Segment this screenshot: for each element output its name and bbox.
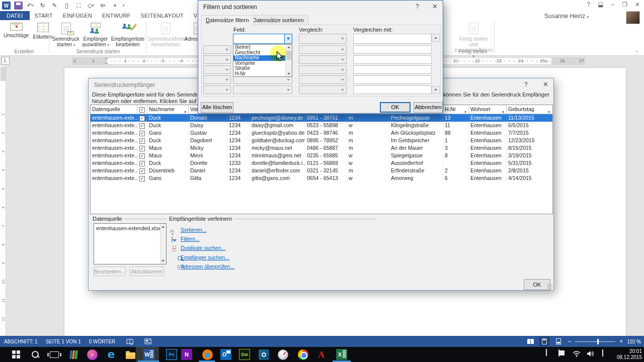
hanging-indent-marker[interactable] — [104, 61, 109, 64]
read-mode-icon[interactable] — [525, 337, 535, 346]
tab-start[interactable]: START — [30, 11, 58, 20]
tab-datensaetze-sortieren[interactable]: Datensätze sortieren — [248, 15, 308, 25]
listbox-scrollbar[interactable] — [160, 224, 166, 264]
cell-checkbox[interactable]: ✓ — [137, 114, 147, 122]
close-icon[interactable]: ✕ — [635, 1, 640, 8]
excel-icon[interactable]: X — [336, 348, 348, 360]
adressen-ueberpruefen-link[interactable]: Adressen überprüfen... — [181, 263, 234, 269]
dropdown-option[interactable]: H-Nr — [233, 71, 286, 77]
proofing-icon[interactable] — [126, 338, 133, 345]
page-indicator[interactable]: SEITE 1 VON 1 — [46, 339, 81, 344]
first-line-indent-marker[interactable] — [104, 58, 109, 60]
umschlaege-button[interactable]: Umschläge — [2, 21, 30, 38]
acrobat-icon[interactable]: A — [315, 348, 328, 360]
task-view-icon[interactable] — [48, 348, 60, 360]
cell-checkbox[interactable]: ✓ — [137, 144, 147, 152]
tab-entwurf[interactable]: ENTWURF — [97, 11, 135, 20]
scroll-down-icon[interactable] — [162, 260, 165, 262]
table-row[interactable]: entenhausen-exte... ✓ Duck Daisy 1234 da… — [91, 122, 552, 129]
sort-arrow-icon[interactable]: ▼ — [184, 108, 187, 114]
vertical-ruler[interactable]: 12345678910111213 — [0, 66, 6, 336]
tray-chevron-up-icon[interactable] — [546, 350, 547, 356]
cell-checkbox[interactable]: ✓ — [137, 122, 147, 129]
user-account[interactable]: Susanne Heinz ▾ — [544, 13, 589, 20]
scroll-up-icon[interactable] — [432, 34, 440, 42]
header-nachname[interactable]: Nachname▼ — [147, 105, 189, 114]
close-icon[interactable]: ✕ — [432, 3, 438, 10]
tab-datei[interactable]: DATEI — [0, 11, 30, 20]
header-select-all[interactable]: ✓ — [137, 105, 147, 114]
tab-einfuegen[interactable]: EINFÜGEN — [58, 11, 97, 20]
table-row[interactable]: entenhausen-exte... ✓ Duck Dagobert 1234… — [91, 137, 552, 144]
photoshop-icon[interactable]: Ps — [166, 348, 178, 360]
help-icon[interactable]: ? — [416, 3, 419, 10]
help-icon[interactable]: ? — [524, 81, 528, 88]
firefox-icon[interactable] — [201, 348, 213, 360]
new-blank-icon[interactable]: ▯ — [62, 2, 71, 10]
undo-icon[interactable]: ↶▾ — [26, 2, 35, 10]
zoom-in-icon[interactable]: + — [619, 339, 623, 344]
redo-icon[interactable]: ↻ — [38, 2, 47, 10]
onenote-icon[interactable]: N — [181, 348, 193, 360]
word-icon[interactable]: W — [143, 348, 155, 360]
minimize-icon[interactable]: – — [611, 1, 614, 8]
empfaenger-auswaehlen-button[interactable]: Empfänger auswählen ▾ — [81, 21, 110, 48]
cell-checkbox[interactable]: ✓ — [137, 159, 147, 167]
cell-checkbox[interactable]: ✓ — [137, 152, 147, 159]
filtern-link[interactable]: Filtern... — [181, 236, 200, 242]
word-count[interactable]: 0 WÖRTER — [89, 339, 116, 344]
scroll-up-icon[interactable] — [162, 226, 165, 228]
clock[interactable]: 20:01 08.12.2015 — [610, 348, 642, 360]
table-row[interactable]: entenhausen-exte... ✓ Maus Minni 1234 mi… — [91, 152, 552, 159]
draw-edit-icon[interactable]: ✎ — [50, 2, 59, 10]
zoom-slider-thumb[interactable] — [597, 339, 599, 344]
wrap-options-icon[interactable]: ≡▾ — [99, 2, 107, 10]
right-indent-marker[interactable] — [543, 59, 548, 62]
tab-seitenlayout[interactable]: SEITENLAYOUT — [135, 11, 188, 20]
field-combobox[interactable] — [233, 34, 292, 44]
header-hnr[interactable]: H-Nr▼ — [443, 105, 469, 114]
empfaenger-suchen-link[interactable]: Empfänger suchen... — [181, 254, 229, 260]
sort-arrow-icon[interactable]: ▼ — [502, 108, 505, 114]
action-center-icon[interactable] — [602, 350, 603, 356]
datasource-file[interactable]: entenhausen-extended.xlsx — [94, 224, 166, 233]
start-icon[interactable] — [10, 348, 22, 360]
customize-qat-icon[interactable]: ▾ — [123, 4, 125, 8]
table-row[interactable]: entenhausen-exte... ✓ Gans Gitta 1234 gi… — [91, 174, 552, 182]
wifi-icon[interactable] — [573, 350, 581, 358]
user-avatar[interactable] — [626, 11, 640, 24]
header-datenquelle[interactable]: Datenquelle — [91, 105, 137, 114]
chrome-icon[interactable] — [297, 348, 309, 360]
outlook-icon[interactable]: O — [220, 348, 232, 360]
edge-icon[interactable]: e — [105, 348, 117, 360]
alle-loeschen-button[interactable]: Alle löschen — [201, 102, 233, 113]
table-row[interactable]: entenhausen-exte... ✓ Duck Donald 1234 p… — [91, 114, 552, 122]
zoom-out-icon[interactable]: − — [568, 339, 571, 344]
restore-icon[interactable]: ❐ — [622, 1, 627, 8]
sort-arrow-icon[interactable]: ▼ — [547, 108, 550, 114]
empfaengerliste-bearbeiten-button[interactable]: Empfängerliste bearbeiten — [110, 21, 145, 47]
web-layout-icon[interactable] — [553, 337, 564, 346]
zoom-slider[interactable] — [575, 341, 615, 342]
tab-stop-selector[interactable] — [2, 57, 10, 65]
sort-arrow-icon[interactable]: ▼ — [464, 108, 467, 114]
file-explorer-icon[interactable] — [124, 348, 136, 360]
table-row[interactable]: entenhausen-exte... ✓ Maus Micky 1234 mi… — [91, 144, 552, 152]
scroll-down-icon[interactable] — [287, 73, 290, 75]
dropdown-option[interactable]: Straße — [233, 66, 286, 71]
tab-datensaetze-filtern[interactable]: Datensätze filtern — [201, 15, 254, 26]
library-icon[interactable] — [67, 348, 79, 360]
search-icon[interactable] — [29, 348, 41, 360]
volume-icon[interactable] — [587, 350, 594, 358]
chevron-down-icon[interactable] — [284, 34, 292, 43]
move-anchor-icon[interactable]: + — [111, 2, 119, 10]
duplikate-suchen-link[interactable]: Duplikate suchen... — [181, 245, 225, 251]
scroll-down-icon[interactable] — [432, 86, 440, 94]
battery-icon[interactable] — [558, 350, 559, 356]
cell-checkbox[interactable]: ✓ — [137, 167, 147, 174]
zoom-level[interactable]: 110 % — [627, 339, 641, 344]
scroll-up-icon[interactable] — [287, 46, 290, 48]
table-row[interactable]: entenhausen-exte... ✓ Düsentrieb Daniel … — [91, 167, 552, 174]
cell-checkbox[interactable]: ✓ — [137, 137, 147, 144]
seriendruck-starten-button[interactable]: Seriendruck starten ▾ — [51, 21, 80, 48]
